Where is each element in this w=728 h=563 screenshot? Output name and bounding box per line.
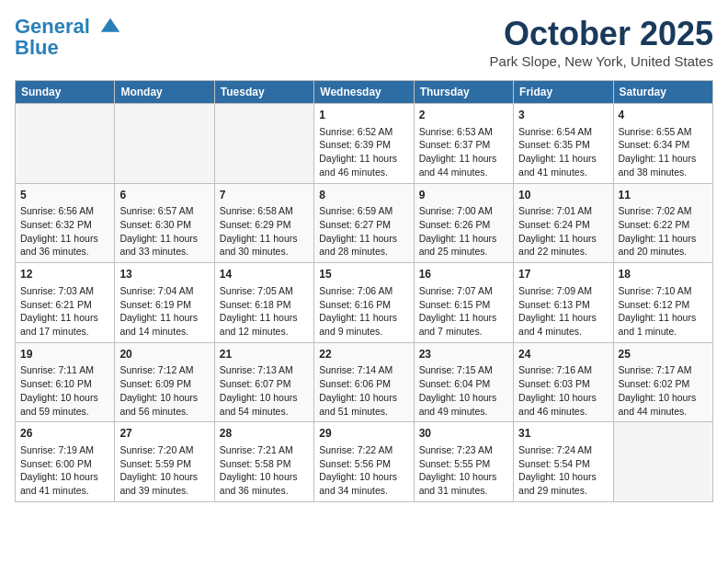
sunset: Sunset: 6:26 PM: [419, 219, 491, 230]
sunset: Sunset: 6:18 PM: [220, 299, 291, 310]
calendar-cell: 23Sunrise: 7:15 AMSunset: 6:04 PMDayligh…: [414, 342, 513, 422]
calendar-cell: 3Sunrise: 6:54 AMSunset: 6:35 PMDaylight…: [514, 104, 613, 184]
day-number: 23: [419, 347, 508, 362]
calendar-cell: 17Sunrise: 7:09 AMSunset: 6:13 PMDayligh…: [514, 263, 613, 343]
daylight: Daylight: 11 hours and 22 minutes.: [518, 233, 597, 258]
daylight: Daylight: 10 hours and 49 minutes.: [419, 392, 497, 417]
location: Park Slope, New York, United States: [490, 53, 713, 69]
day-number: 13: [119, 267, 209, 282]
sunset: Sunset: 6:29 PM: [220, 219, 291, 230]
sunrise: Sunrise: 7:15 AM: [419, 364, 493, 375]
header-row: Sunday Monday Tuesday Wednesday Thursday…: [16, 81, 713, 104]
daylight: Daylight: 11 hours and 44 minutes.: [419, 153, 497, 178]
calendar-cell: 28Sunrise: 7:21 AMSunset: 5:58 PMDayligh…: [214, 422, 313, 502]
sunrise: Sunrise: 7:13 AM: [220, 364, 293, 375]
sunrise: Sunrise: 7:10 AM: [619, 285, 692, 296]
sunrise: Sunrise: 7:23 AM: [419, 444, 493, 455]
calendar-cell: 31Sunrise: 7:24 AMSunset: 5:54 PMDayligh…: [514, 422, 613, 502]
daylight: Daylight: 11 hours and 7 minutes.: [419, 312, 497, 337]
sunset: Sunset: 6:07 PM: [220, 378, 291, 389]
sunrise: Sunrise: 7:22 AM: [319, 444, 392, 455]
svg-marker-0: [101, 18, 120, 32]
sunset: Sunset: 6:03 PM: [518, 378, 590, 389]
col-thursday: Thursday: [414, 81, 513, 104]
sunset: Sunset: 6:19 PM: [119, 299, 191, 310]
sunset: Sunset: 6:21 PM: [20, 299, 92, 310]
day-number: 5: [20, 188, 109, 203]
daylight: Daylight: 11 hours and 20 minutes.: [619, 233, 697, 258]
daylight: Daylight: 11 hours and 12 minutes.: [220, 312, 298, 337]
sunrise: Sunrise: 7:16 AM: [518, 364, 592, 375]
sunset: Sunset: 6:09 PM: [119, 378, 191, 389]
calendar-cell: 30Sunrise: 7:23 AMSunset: 5:55 PMDayligh…: [414, 422, 513, 502]
sunset: Sunset: 6:16 PM: [319, 299, 391, 310]
col-friday: Friday: [514, 81, 613, 104]
calendar-cell: 18Sunrise: 7:10 AMSunset: 6:12 PMDayligh…: [613, 263, 712, 343]
day-number: 19: [20, 347, 109, 362]
calendar-cell: 2Sunrise: 6:53 AMSunset: 6:37 PMDaylight…: [414, 104, 513, 184]
day-number: 6: [119, 188, 209, 203]
day-number: 24: [518, 347, 608, 362]
daylight: Daylight: 11 hours and 4 minutes.: [518, 312, 597, 337]
sunrise: Sunrise: 7:17 AM: [619, 364, 692, 375]
calendar-cell: [16, 104, 115, 184]
daylight: Daylight: 10 hours and 29 minutes.: [518, 471, 597, 496]
daylight: Daylight: 10 hours and 56 minutes.: [119, 392, 198, 417]
daylight: Daylight: 10 hours and 44 minutes.: [619, 392, 697, 417]
daylight: Daylight: 11 hours and 1 minute.: [619, 312, 697, 337]
calendar-cell: 6Sunrise: 6:57 AMSunset: 6:30 PMDaylight…: [115, 183, 214, 263]
sunset: Sunset: 6:32 PM: [20, 219, 92, 230]
day-number: 30: [419, 426, 508, 442]
calendar-cell: 12Sunrise: 7:03 AMSunset: 6:21 PMDayligh…: [16, 263, 115, 343]
sunrise: Sunrise: 7:00 AM: [419, 205, 493, 216]
sunset: Sunset: 5:55 PM: [419, 458, 491, 469]
day-number: 18: [619, 267, 708, 282]
daylight: Daylight: 11 hours and 9 minutes.: [319, 312, 397, 337]
calendar-cell: 25Sunrise: 7:17 AMSunset: 6:02 PMDayligh…: [613, 342, 712, 422]
sunrise: Sunrise: 7:09 AM: [518, 285, 592, 296]
sunset: Sunset: 5:59 PM: [119, 458, 191, 469]
day-number: 3: [518, 108, 608, 123]
sunrise: Sunrise: 6:53 AM: [419, 126, 493, 137]
sunset: Sunset: 6:30 PM: [119, 219, 191, 230]
calendar-cell: [214, 104, 313, 184]
calendar-cell: 5Sunrise: 6:56 AMSunset: 6:32 PMDaylight…: [16, 183, 115, 263]
sunset: Sunset: 6:22 PM: [619, 219, 690, 230]
calendar-cell: [115, 104, 214, 184]
day-number: 22: [319, 347, 408, 362]
daylight: Daylight: 11 hours and 25 minutes.: [419, 233, 497, 258]
sunrise: Sunrise: 6:55 AM: [619, 126, 692, 137]
sunset: Sunset: 6:34 PM: [619, 139, 690, 150]
day-number: 27: [119, 426, 209, 442]
logo: General Blue: [15, 15, 123, 59]
sunrise: Sunrise: 6:59 AM: [319, 205, 392, 216]
daylight: Daylight: 11 hours and 41 minutes.: [518, 153, 597, 178]
sunrise: Sunrise: 7:11 AM: [20, 364, 94, 375]
calendar-cell: 8Sunrise: 6:59 AMSunset: 6:27 PMDaylight…: [314, 183, 414, 263]
calendar-week-1: 1Sunrise: 6:52 AMSunset: 6:39 PMDaylight…: [16, 104, 713, 184]
calendar-table: Sunday Monday Tuesday Wednesday Thursday…: [15, 80, 713, 502]
sunset: Sunset: 6:37 PM: [419, 139, 491, 150]
calendar-cell: 11Sunrise: 7:02 AMSunset: 6:22 PMDayligh…: [613, 183, 712, 263]
sunrise: Sunrise: 7:02 AM: [619, 205, 692, 216]
calendar-cell: 7Sunrise: 6:58 AMSunset: 6:29 PMDaylight…: [214, 183, 313, 263]
calendar-week-5: 26Sunrise: 7:19 AMSunset: 6:00 PMDayligh…: [16, 422, 713, 502]
daylight: Daylight: 11 hours and 28 minutes.: [319, 233, 397, 258]
sunrise: Sunrise: 7:03 AM: [20, 285, 94, 296]
calendar-cell: 9Sunrise: 7:00 AMSunset: 6:26 PMDaylight…: [414, 183, 513, 263]
calendar-cell: 14Sunrise: 7:05 AMSunset: 6:18 PMDayligh…: [214, 263, 313, 343]
sunrise: Sunrise: 7:07 AM: [419, 285, 493, 296]
calendar-cell: 19Sunrise: 7:11 AMSunset: 6:10 PMDayligh…: [16, 342, 115, 422]
sunset: Sunset: 5:56 PM: [319, 458, 391, 469]
calendar-cell: 1Sunrise: 6:52 AMSunset: 6:39 PMDaylight…: [314, 104, 414, 184]
sunset: Sunset: 6:06 PM: [319, 378, 391, 389]
daylight: Daylight: 11 hours and 17 minutes.: [20, 312, 98, 337]
day-number: 20: [119, 347, 209, 362]
sunrise: Sunrise: 7:21 AM: [220, 444, 293, 455]
daylight: Daylight: 10 hours and 51 minutes.: [319, 392, 397, 417]
sunrise: Sunrise: 6:58 AM: [220, 205, 293, 216]
calendar-cell: 21Sunrise: 7:13 AMSunset: 6:07 PMDayligh…: [214, 342, 313, 422]
daylight: Daylight: 10 hours and 54 minutes.: [220, 392, 298, 417]
sunset: Sunset: 6:24 PM: [518, 219, 590, 230]
daylight: Daylight: 10 hours and 59 minutes.: [20, 392, 98, 417]
